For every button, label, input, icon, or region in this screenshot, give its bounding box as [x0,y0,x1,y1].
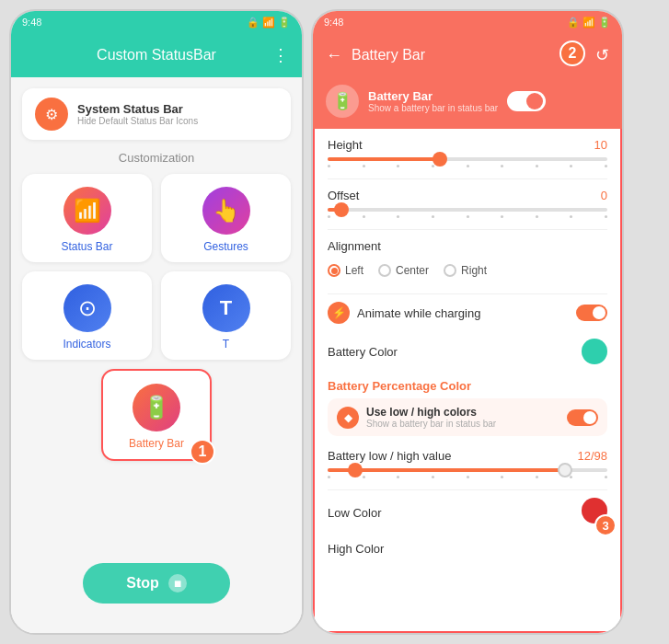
radio-center[interactable] [378,264,391,277]
badge-3: 3 [594,514,617,536]
system-status-icon-glyph: ⚙ [45,106,58,123]
offset-slider-thumb[interactable] [334,202,349,217]
grid-item-status-bar[interactable]: 📶 Status Bar [22,174,152,262]
customization-label: Customization [119,151,194,165]
animate-toggle-knob [593,306,606,319]
menu-icon[interactable]: ⋮ [272,45,289,65]
animate-icon: ⚡ [328,302,350,324]
battery-color-circle[interactable] [582,339,607,364]
t-icon: T [202,284,250,332]
offset-slider[interactable] [328,208,607,212]
height-label: Height [328,138,363,152]
grid-item-t[interactable]: T T [161,271,291,360]
grid-item-indicators[interactable]: ⊙ Indicators [22,271,152,360]
system-status-bar-card[interactable]: ⚙ System Status Bar Hide Default Status … [22,88,291,140]
alignment-left[interactable]: Left [328,264,363,277]
left-time: 9:48 [22,17,41,28]
radio-left[interactable] [328,264,340,277]
stop-button[interactable]: Stop ⏹ [83,563,230,604]
system-status-icon: ⚙ [35,98,68,131]
battery-percentage-color-label: Battery Percentage Color [328,372,607,395]
right-status-icons: 🔒 📶 🔋 [567,17,611,29]
battery-low-high-thumb-right[interactable] [558,463,572,477]
back-icon[interactable]: ← [326,46,342,65]
settings-scroll[interactable]: Height 10 Offset [313,129,622,633]
offset-label: Offset [328,189,359,202]
low-color-label: Low Color [328,506,382,520]
use-low-toggle[interactable] [567,409,598,426]
animate-toggle[interactable] [576,305,607,321]
animate-label: Animate while charging [357,306,480,320]
offset-setting: Offset 0 [328,179,607,230]
left-header-title: Custom StatusBar [97,47,216,63]
badge-1: 1 [190,439,215,465]
radio-right[interactable] [444,264,456,277]
battery-bar-card-title: Battery Bar [368,89,498,103]
left-status-icons: 🔒 📶 🔋 [247,17,291,29]
left-header: Custom StatusBar ⋮ [11,33,302,77]
system-status-title: System Status Bar [77,102,198,116]
height-slider[interactable] [328,157,607,161]
high-color-row: High Color [328,535,607,563]
indicators-label: Indicators [63,338,110,351]
toggle-wrapper [507,91,546,111]
height-slider-thumb[interactable] [433,152,447,167]
grid-icons: 📶 Status Bar 👆 Gestures ⊙ Indicators T T [22,174,291,360]
left-content: ⚙ System Status Bar Hide Default Status … [11,77,302,633]
alignment-options: Left Center Right [328,257,607,284]
main-toggle[interactable] [507,91,546,111]
status-bar-icon: 📶 [63,187,111,235]
right-status-bar: 9:48 🔒 📶 🔋 [313,11,622,33]
left-status-bar: 9:48 🔒 📶 🔋 [11,11,302,33]
height-value: 10 [594,138,607,152]
system-status-subtitle: Hide Default Status Bar Icons [77,116,198,126]
battery-bar-label: Battery Bar [129,437,184,450]
grid-item-battery-bar[interactable]: 🔋 Battery Bar 1 [101,369,212,461]
stop-icon: ⏹ [168,574,187,592]
use-low-icon: ◆ [337,407,359,429]
battery-low-high-value: 12/98 [577,449,607,463]
low-color-row: Low Color 3 [328,490,607,535]
battery-bar-card-subtitle: Show a battery bar in status bar [368,103,498,113]
battery-low-high-label: Battery low / high value [328,449,451,463]
offset-value: 0 [601,189,607,202]
stop-button-container: Stop ⏹ [83,563,230,604]
use-low-subtitle: Show a battery bar in status bar [366,419,496,429]
use-low-high-card: ◆ Use low / high colors Show a battery b… [328,398,607,436]
battery-low-high-fill [328,468,565,472]
use-low-title: Use low / high colors [366,406,496,419]
gestures-icon: 👆 [202,187,250,235]
toggle-knob [526,93,543,109]
badge-2: 2 [559,40,585,66]
right-phone: 9:48 🔒 📶 🔋 ← Battery Bar ↺ 2 🔋 Battery B… [311,9,624,635]
battery-low-high-row: Battery low / high value 12/98 [328,440,607,490]
alignment-label: Alignment [328,239,381,253]
stop-button-label: Stop [126,575,159,592]
system-status-text: System Status Bar Hide Default Status Ba… [77,102,198,126]
t-label: T [223,338,229,351]
gestures-label: Gestures [203,240,248,253]
battery-bar-card: 🔋 Battery Bar Show a battery bar in stat… [313,77,622,129]
status-bar-label: Status Bar [61,240,112,253]
left-phone: 9:48 🔒 📶 🔋 Custom StatusBar ⋮ ⚙ System S… [9,9,304,635]
right-header-wrapper: ← Battery Bar ↺ 2 [313,33,622,77]
height-slider-fill [328,157,440,161]
indicators-icon: ⊙ [63,284,111,332]
battery-bar-icon: 🔋 [133,384,180,431]
battery-bar-card-text: Battery Bar Show a battery bar in status… [368,89,498,113]
height-setting: Height 10 [328,129,607,179]
grid-item-gestures[interactable]: 👆 Gestures [161,174,291,262]
battery-bar-card-icon: 🔋 [326,85,359,118]
battery-low-high-thumb-left[interactable] [348,463,363,477]
high-color-label: High Color [328,542,384,556]
right-time: 9:48 [324,17,343,28]
battery-low-high-slider[interactable] [328,468,607,472]
alignment-setting: Alignment Left Center Ri [328,230,607,294]
battery-color-row: Battery Color [328,331,607,372]
animate-charging-row: ⚡ Animate while charging [328,294,607,331]
alignment-center[interactable]: Center [378,264,429,277]
alignment-right[interactable]: Right [444,264,487,277]
battery-color-label: Battery Color [328,345,398,359]
refresh-icon[interactable]: ↺ [595,45,609,65]
right-header-title: Battery Bar [352,47,425,63]
